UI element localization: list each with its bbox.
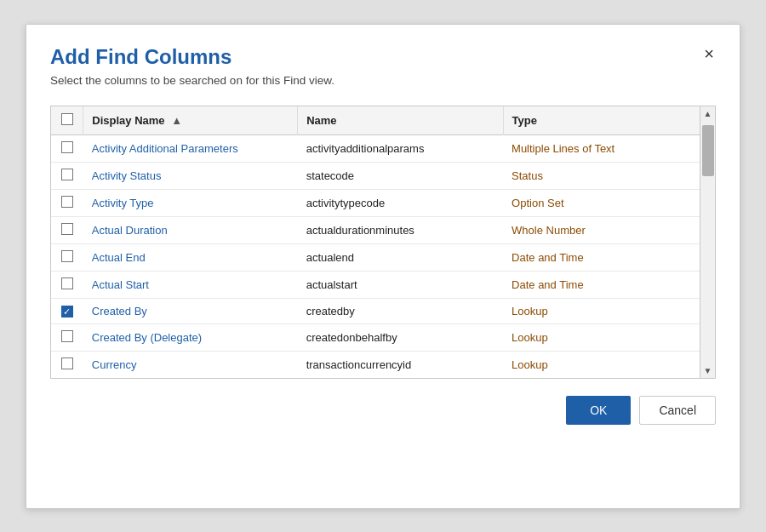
header-name: Name: [298, 106, 503, 135]
row-name: actualstart: [298, 271, 503, 298]
row-checkbox-cell: [51, 271, 83, 298]
row-name: statecode: [298, 162, 503, 189]
row-checkbox[interactable]: [61, 141, 73, 153]
table-inner: Display Name ▲ Name Type Activity Additi…: [51, 106, 700, 379]
table-header-row: Display Name ▲ Name Type: [51, 106, 700, 135]
add-find-columns-dialog: Add Find Columns × Select the columns to…: [26, 24, 740, 509]
row-checkbox-cell: ✓: [51, 298, 83, 324]
row-checkbox-cell: [51, 243, 83, 271]
row-type: Date and Time: [503, 243, 700, 271]
dialog-subtitle: Select the columns to be searched on for…: [50, 74, 716, 87]
sort-arrow-icon: ▲: [171, 114, 182, 127]
scrollbar[interactable]: ▲ ▼: [700, 106, 715, 379]
ok-button[interactable]: OK: [566, 396, 631, 425]
row-name: createdby: [298, 298, 503, 324]
close-button[interactable]: ×: [702, 45, 716, 62]
table-row: Actual StartactualstartDate and Time: [51, 271, 700, 298]
table-row: Created By (Delegate)createdonbehalfbyLo…: [51, 324, 700, 352]
header-display-name: Display Name ▲: [83, 106, 298, 135]
row-checkbox-cell: [51, 216, 83, 243]
row-display-name: Actual End: [83, 243, 298, 271]
row-type: Option Set: [503, 189, 700, 216]
row-display-name: Activity Type: [83, 189, 298, 216]
row-type: Whole Number: [503, 216, 700, 243]
row-checkbox[interactable]: [61, 277, 73, 289]
dialog-title: Add Find Columns: [50, 45, 232, 69]
row-name: activitytypecode: [298, 189, 503, 216]
table-wrapper: Display Name ▲ Name Type Activity Additi…: [51, 106, 715, 379]
row-type: Date and Time: [503, 271, 700, 298]
scroll-up-icon[interactable]: ▲: [700, 106, 716, 122]
select-all-checkbox[interactable]: [61, 113, 73, 125]
row-name: actualend: [298, 243, 503, 271]
row-checkbox-cell: [51, 324, 83, 352]
cancel-button[interactable]: Cancel: [639, 396, 716, 425]
header-checkbox-cell: [51, 106, 83, 135]
dialog-header: Add Find Columns ×: [50, 45, 716, 69]
row-display-name: Activity Additional Parameters: [83, 134, 298, 162]
row-checkbox[interactable]: [61, 169, 73, 180]
row-display-name: Activity Status: [83, 162, 298, 189]
columns-table: Display Name ▲ Name Type Activity Additi…: [51, 106, 700, 379]
header-type: Type: [503, 106, 700, 135]
row-display-name: Actual Duration: [83, 216, 298, 243]
row-display-name: Created By (Delegate): [83, 324, 298, 352]
scroll-down-icon[interactable]: ▼: [700, 363, 716, 378]
columns-table-container: Display Name ▲ Name Type Activity Additi…: [50, 106, 716, 380]
row-display-name: Currency: [83, 352, 298, 379]
table-body: Activity Additional Parametersactivityad…: [51, 134, 700, 378]
table-row: Actual EndactualendDate and Time: [51, 243, 700, 271]
scroll-thumb[interactable]: [702, 125, 714, 176]
row-checkbox-cell: [51, 189, 83, 216]
row-display-name: Created By: [83, 298, 298, 324]
table-row: ✓Created BycreatedbyLookup: [51, 298, 700, 324]
row-checkbox[interactable]: [61, 223, 73, 235]
row-type: Lookup: [503, 352, 700, 379]
row-name: createdonbehalfby: [298, 324, 503, 352]
row-type: Multiple Lines of Text: [503, 134, 700, 162]
row-checkbox-cell: [51, 162, 83, 189]
row-checkbox[interactable]: [61, 196, 73, 208]
row-checkbox-cell: [51, 352, 83, 379]
table-row: CurrencytransactioncurrencyidLookup: [51, 352, 700, 379]
row-checkbox[interactable]: [61, 358, 73, 369]
scroll-track: [700, 122, 715, 363]
row-checkbox[interactable]: ✓: [61, 306, 73, 317]
table-row: Actual DurationactualdurationminutesWhol…: [51, 216, 700, 243]
row-display-name: Actual Start: [83, 271, 298, 298]
row-name: actualdurationminutes: [298, 216, 503, 243]
table-row: Activity Additional Parametersactivityad…: [51, 134, 700, 162]
row-type: Lookup: [503, 298, 700, 324]
row-checkbox[interactable]: [61, 330, 73, 342]
row-checkbox[interactable]: [61, 250, 73, 262]
row-checkbox-cell: [51, 134, 83, 162]
row-type: Lookup: [503, 324, 700, 352]
row-name: transactioncurrencyid: [298, 352, 503, 379]
row-type: Status: [503, 162, 700, 189]
row-name: activityadditionalparams: [298, 134, 503, 162]
table-row: Activity StatusstatecodeStatus: [51, 162, 700, 189]
dialog-footer: OK Cancel: [50, 396, 716, 425]
table-row: Activity TypeactivitytypecodeOption Set: [51, 189, 700, 216]
